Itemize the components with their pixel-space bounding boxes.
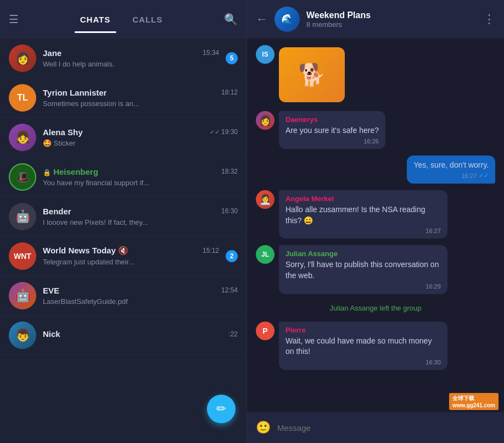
- chat-time: 15:12: [203, 247, 219, 254]
- chat-info: Bender 16:30 I looove new Pixels! If fac…: [43, 207, 238, 226]
- message-time: 16:29: [425, 283, 441, 290]
- list-item[interactable]: 🤖 EVE 12:54 LaserBlastSafetyGuide.pdf: [0, 276, 247, 315]
- chat-info: Nick :22: [43, 329, 238, 341]
- chat-preview: Sometimes possession is an...: [43, 99, 238, 108]
- message-text: Wait, we could have made so much money o…: [285, 336, 441, 357]
- chat-name: Bender: [43, 207, 71, 216]
- message-time: 16:27: [461, 173, 477, 179]
- message-bubble: Yes, sure, don't worry. 16:27 ✓✓: [407, 156, 495, 184]
- unread-badge: 5: [226, 52, 238, 64]
- avatar: IS: [256, 45, 275, 64]
- avatar: JL: [256, 245, 275, 264]
- list-item[interactable]: WNT World News Today 🔇 15:12 Telegram ju…: [0, 236, 247, 276]
- avatar: 👩: [9, 45, 36, 72]
- system-message-text: Julian Assange left the group: [330, 304, 422, 312]
- avatar: 🎩: [9, 163, 36, 191]
- message-row: Yes, sure, don't worry. 16:27 ✓✓: [407, 156, 495, 184]
- emoji-button[interactable]: 🙂: [256, 420, 271, 435]
- chat-info: Jane 15:34 Well I do help animals.: [43, 48, 219, 68]
- tabs-area: CHATS CALLS: [19, 10, 224, 29]
- message-row: 👩 Daenerys Are you sure it's safe here? …: [256, 111, 385, 149]
- tab-calls[interactable]: CALLS: [121, 10, 173, 29]
- message-sender: Pierre: [285, 326, 441, 334]
- chat-time: ✓✓ 19:30: [210, 128, 238, 136]
- chat-time: 18:12: [221, 88, 238, 96]
- left-panel: ☰ CHATS CALLS 🔍 👩 Jane 15:34 Well I do h…: [0, 0, 247, 443]
- avatar: 👩‍💼: [256, 190, 275, 209]
- chat-time: 18:32: [221, 168, 238, 175]
- message-row: P Pierre Wait, we could have made so muc…: [256, 322, 447, 370]
- message-time: 16:27: [425, 228, 441, 234]
- tab-chats[interactable]: CHATS: [69, 10, 122, 29]
- chat-name: EVE: [43, 286, 59, 295]
- compose-button[interactable]: ✏: [207, 395, 236, 423]
- avatar: 👦: [9, 322, 36, 349]
- chat-name: Nick: [43, 329, 60, 339]
- group-info: Weekend Plans 8 members: [306, 10, 477, 29]
- chat-preview: You have my financial support if...: [43, 179, 238, 187]
- message-bubble: Angela Merkel Hallo alle zusammen! Is th…: [279, 190, 447, 239]
- avatar: 🤖: [9, 203, 36, 230]
- list-item[interactable]: 🤖 Bender 16:30 I looove new Pixels! If f…: [0, 197, 247, 236]
- read-receipt-icon: ✓✓: [479, 172, 489, 179]
- avatar: 👧: [9, 124, 36, 151]
- avatar: 👩: [256, 111, 275, 130]
- chat-name: Alena Shy: [43, 128, 83, 137]
- group-avatar: 🌊: [275, 7, 300, 32]
- message-sender: Daenerys: [285, 115, 379, 124]
- sticker: 🐕: [279, 47, 345, 102]
- chat-name: Tyrion Lannister: [43, 88, 107, 97]
- message-text: Yes, sure, don't worry.: [413, 160, 489, 171]
- list-item[interactable]: 👩 Jane 15:34 Well I do help animals. 5: [0, 38, 247, 78]
- system-message: Julian Assange left the group: [256, 301, 495, 315]
- message-time: 16:30: [425, 359, 441, 366]
- message-bubble: Julian Assange Sorry, I'll have to publi…: [279, 245, 447, 294]
- sticker-bubble: 🐕: [279, 45, 345, 104]
- chat-list: 👩 Jane 15:34 Well I do help animals. 5 T…: [0, 38, 247, 411]
- message-input[interactable]: [277, 423, 495, 433]
- list-item[interactable]: 🎩 🔒 Heisenberg 18:32 You have my financi…: [0, 157, 247, 197]
- avatar: WNT: [9, 242, 36, 270]
- watermark: 全球下载www.gg241.com: [449, 393, 499, 410]
- message-bubble: Daenerys Are you sure it's safe here? 16…: [279, 111, 385, 149]
- chat-info: EVE 12:54 LaserBlastSafetyGuide.pdf: [43, 286, 238, 306]
- messages-area: IS 🐕 👩 Daenerys Are you sure it's safe h…: [247, 38, 504, 412]
- list-item[interactable]: TL Tyrion Lannister 18:12 Sometimes poss…: [0, 78, 247, 118]
- search-icon[interactable]: 🔍: [224, 13, 238, 26]
- chat-info: 🔒 Heisenberg 18:32 You have my financial…: [43, 167, 238, 187]
- message-input-area: 🙂: [247, 412, 504, 443]
- message-sender: Angela Merkel: [285, 195, 441, 203]
- group-name: Weekend Plans: [306, 10, 477, 20]
- chat-time: 16:30: [221, 207, 238, 215]
- message-sender: Julian Assange: [285, 250, 441, 258]
- chat-time: :22: [228, 330, 238, 338]
- chat-name: 🔒 Heisenberg: [43, 167, 98, 176]
- message-row: JL Julian Assange Sorry, I'll have to pu…: [256, 245, 447, 294]
- unread-badge: 2: [226, 250, 238, 262]
- chat-time: 12:54: [221, 286, 238, 294]
- message-row: 👩‍💼 Angela Merkel Hallo alle zusammen! I…: [256, 190, 447, 239]
- group-members: 8 members: [306, 20, 477, 29]
- chat-preview: 🤩 Sticker: [43, 139, 238, 147]
- chat-preview: Well I do help animals.: [43, 60, 219, 68]
- list-item[interactable]: 👧 Alena Shy ✓✓ 19:30 🤩 Sticker: [0, 118, 247, 157]
- chat-info: Tyrion Lannister 18:12 Sometimes possess…: [43, 88, 238, 108]
- back-button[interactable]: ←: [256, 12, 268, 26]
- chat-name: Jane: [43, 48, 61, 58]
- right-panel: ← 🌊 Weekend Plans 8 members ⋮ IS 🐕: [247, 0, 504, 443]
- message-time: 16:26: [363, 138, 379, 145]
- hamburger-icon[interactable]: ☰: [9, 13, 19, 26]
- chat-time: 15:34: [203, 49, 219, 57]
- chat-preview: LaserBlastSafetyGuide.pdf: [43, 297, 238, 306]
- list-item[interactable]: 👦 Nick :22: [0, 315, 247, 355]
- message-text: Sorry, I'll have to publish this convers…: [285, 259, 441, 281]
- chat-info: Alena Shy ✓✓ 19:30 🤩 Sticker: [43, 128, 238, 147]
- chat-preview: I looove new Pixels! If fact, they...: [43, 218, 238, 226]
- message-text: Are you sure it's safe here?: [285, 125, 379, 136]
- chat-preview: Telegram just updated their...: [43, 258, 219, 266]
- more-options-button[interactable]: ⋮: [483, 12, 495, 26]
- avatar: 🤖: [9, 282, 36, 309]
- left-header: ☰ CHATS CALLS 🔍: [0, 0, 247, 38]
- chat-header: ← 🌊 Weekend Plans 8 members ⋮: [247, 0, 504, 38]
- message-text: Hallo alle zusammen! Is the NSA reading …: [285, 204, 441, 226]
